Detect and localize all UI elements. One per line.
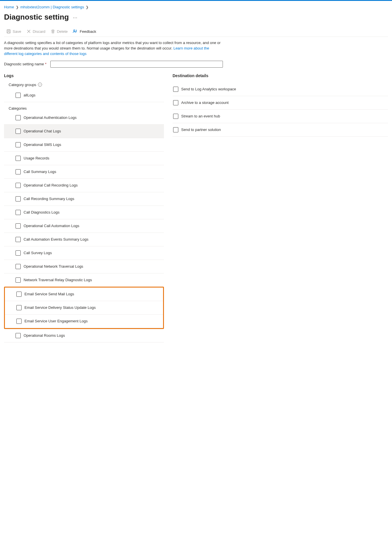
category-row[interactable]: Call Summary Logs: [4, 165, 164, 179]
category-checkbox[interactable]: [16, 333, 21, 338]
category-checkbox[interactable]: [16, 183, 21, 188]
category-checkbox[interactable]: [16, 237, 21, 242]
trash-icon: [51, 29, 55, 34]
category-checkbox[interactable]: [16, 156, 21, 161]
category-label: Operational Call Automation Logs: [24, 224, 79, 228]
category-checkbox[interactable]: [16, 250, 21, 256]
breadcrumb-home[interactable]: Home: [4, 5, 14, 9]
page-title: Diagnostic setting: [4, 13, 69, 22]
category-groups-heading: Category groups i: [9, 83, 164, 87]
intro-text: A diagnostic setting specifies a list of…: [4, 40, 223, 57]
category-row[interactable]: Operational Call Recording Logs: [4, 179, 164, 192]
category-label: Operational Chat Logs: [24, 129, 61, 133]
category-label: Operational Call Recording Logs: [24, 183, 78, 187]
category-row[interactable]: Operational Network Traversal Logs: [4, 260, 164, 273]
category-checkbox[interactable]: [16, 196, 21, 201]
destination-label: Archive to a storage account: [181, 100, 229, 105]
category-checkbox[interactable]: [16, 305, 22, 310]
logs-heading: Logs: [4, 73, 164, 78]
category-label: Call Automation Events Summary Logs: [24, 237, 88, 241]
category-checkbox[interactable]: [16, 292, 22, 297]
category-checkbox[interactable]: [16, 210, 21, 215]
chevron-right-icon: ❯: [16, 5, 19, 9]
diagnostic-setting-name-input[interactable]: [50, 61, 223, 68]
category-label: Operational Authentication Logs: [24, 115, 77, 120]
destination-row[interactable]: Stream to an event hub: [173, 110, 388, 123]
category-row[interactable]: Operational Authentication Logs: [4, 111, 164, 125]
category-row[interactable]: Operational Rooms Logs: [4, 329, 164, 343]
svg-rect-0: [7, 30, 10, 33]
category-row[interactable]: Email Service Delivery Status Update Log…: [5, 301, 163, 315]
category-row[interactable]: Operational Chat Logs: [4, 125, 164, 138]
save-button[interactable]: Save: [6, 29, 21, 34]
category-checkbox[interactable]: [16, 319, 22, 324]
category-group-checkbox[interactable]: [16, 93, 21, 98]
breadcrumb-resource[interactable]: mhsbxtest2comm | Diagnostic settings: [20, 5, 84, 9]
category-checkbox[interactable]: [16, 223, 21, 229]
destination-checkbox[interactable]: [173, 100, 178, 105]
destination-row[interactable]: Send to Log Analytics workspace: [173, 83, 388, 96]
breadcrumb: Home ❯ mhsbxtest2comm | Diagnostic setti…: [4, 4, 388, 12]
toolbar: Save Discard Delete Feedback: [4, 24, 388, 37]
info-icon[interactable]: i: [38, 83, 42, 87]
category-label: Call Recording Summary Logs: [24, 197, 74, 201]
category-row[interactable]: Call Survey Logs: [4, 246, 164, 260]
category-checkbox[interactable]: [16, 129, 21, 134]
svg-point-3: [74, 30, 75, 31]
destination-checkbox[interactable]: [173, 87, 178, 92]
close-icon: [26, 29, 31, 34]
name-label: Diagnostic setting name *: [4, 62, 46, 66]
save-icon: [6, 29, 11, 34]
category-label: Call Survey Logs: [24, 251, 52, 255]
destination-checkbox[interactable]: [173, 127, 178, 132]
discard-button[interactable]: Discard: [26, 29, 45, 34]
category-label: Operational Rooms Logs: [24, 333, 65, 338]
category-group-label: allLogs: [24, 93, 35, 97]
destination-label: Send to Log Analytics workspace: [181, 87, 236, 91]
category-checkbox[interactable]: [16, 142, 21, 147]
category-label: Call Diagnostics Logs: [24, 210, 60, 214]
destination-label: Stream to an event hub: [181, 114, 220, 118]
category-row[interactable]: Call Diagnostics Logs: [4, 206, 164, 219]
feedback-icon: [73, 29, 78, 34]
category-row[interactable]: Network Traversal Relay Diagnostic Logs: [4, 273, 164, 287]
destination-row[interactable]: Send to partner solution: [173, 123, 388, 137]
category-row[interactable]: Email Service Send Mail Logs: [5, 288, 163, 301]
category-row[interactable]: Operational Call Automation Logs: [4, 219, 164, 233]
feedback-button[interactable]: Feedback: [73, 29, 96, 34]
category-checkbox[interactable]: [16, 264, 21, 269]
category-label: Email Service Delivery Status Update Log…: [24, 305, 96, 310]
category-row[interactable]: Usage Records: [4, 152, 164, 165]
category-label: Call Summary Logs: [24, 170, 56, 174]
category-label: Network Traversal Relay Diagnostic Logs: [24, 278, 92, 282]
destination-label: Send to partner solution: [181, 128, 221, 132]
category-label: Operational SMS Logs: [24, 142, 61, 147]
category-label: Email Service User Engagement Logs: [24, 319, 88, 323]
category-checkbox[interactable]: [16, 277, 21, 283]
destination-checkbox[interactable]: [173, 114, 178, 119]
category-label: Usage Records: [24, 156, 49, 160]
category-group-row[interactable]: allLogs: [4, 89, 164, 102]
chevron-right-icon: ❯: [86, 5, 89, 9]
destinations-heading: Destination details: [173, 73, 388, 78]
highlighted-categories: Email Service Send Mail LogsEmail Servic…: [4, 287, 164, 329]
category-label: Operational Network Traversal Logs: [24, 264, 83, 269]
destination-row[interactable]: Archive to a storage account: [173, 96, 388, 110]
svg-rect-2: [8, 32, 10, 33]
category-row[interactable]: Operational SMS Logs: [4, 138, 164, 152]
more-actions-button[interactable]: ⋯: [73, 15, 78, 20]
category-checkbox[interactable]: [16, 169, 21, 174]
category-row[interactable]: Call Recording Summary Logs: [4, 192, 164, 206]
category-checkbox[interactable]: [16, 115, 21, 120]
svg-rect-1: [8, 30, 9, 31]
category-label: Email Service Send Mail Logs: [24, 292, 74, 296]
categories-heading: Categories: [9, 106, 164, 111]
category-row[interactable]: Email Service User Engagement Logs: [5, 315, 163, 328]
delete-button[interactable]: Delete: [51, 29, 68, 34]
category-row[interactable]: Call Automation Events Summary Logs: [4, 233, 164, 246]
